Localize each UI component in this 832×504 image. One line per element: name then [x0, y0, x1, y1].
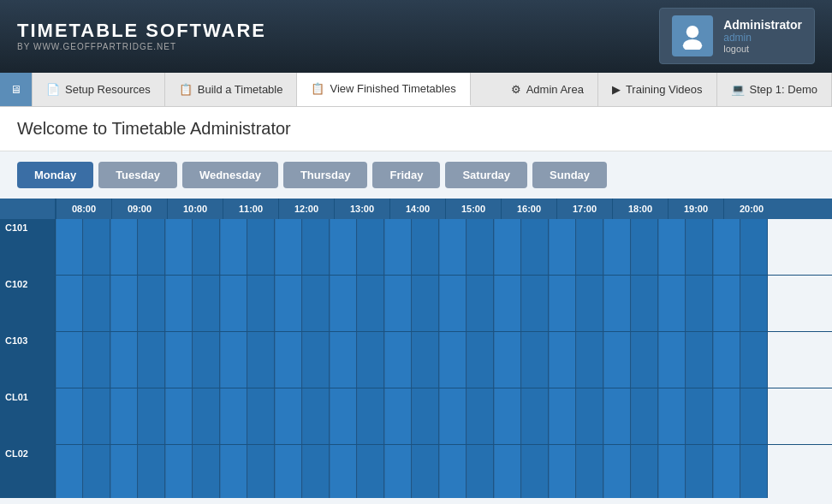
user-link[interactable]: admin [723, 32, 802, 44]
grid-cell[interactable] [275, 445, 302, 498]
user-logout[interactable]: logout [723, 44, 802, 54]
nav-view-timetables[interactable]: 📋 View Finished Timetables [297, 73, 470, 106]
grid-cell[interactable] [467, 276, 494, 331]
grid-cell[interactable] [740, 276, 768, 331]
grid-cell[interactable] [631, 276, 658, 331]
grid-cell[interactable] [658, 388, 686, 444]
nav-setup-resources[interactable]: 📄 Setup Resources [33, 73, 165, 106]
grid-cell[interactable] [247, 276, 275, 331]
grid-cell[interactable] [412, 332, 439, 388]
grid-cell[interactable] [576, 332, 603, 388]
grid-cell[interactable] [247, 219, 275, 275]
grid-cell[interactable] [165, 388, 193, 444]
grid-cell[interactable] [412, 219, 439, 275]
grid-cell[interactable] [247, 388, 275, 444]
grid-cell[interactable] [275, 276, 302, 331]
grid-cell[interactable] [110, 276, 138, 331]
grid-cell[interactable] [302, 332, 330, 388]
grid-cell[interactable] [165, 332, 193, 388]
grid-cell[interactable] [110, 388, 138, 444]
grid-cell[interactable] [658, 332, 686, 388]
grid-cell[interactable] [549, 219, 576, 275]
grid-cell[interactable] [193, 445, 220, 498]
grid-cell[interactable] [494, 332, 521, 388]
grid-cell[interactable] [275, 332, 302, 388]
grid-cell[interactable] [384, 388, 412, 444]
grid-cell[interactable] [247, 445, 275, 498]
grid-cell[interactable] [521, 219, 549, 275]
grid-cell[interactable] [138, 219, 165, 275]
grid-cell[interactable] [56, 219, 83, 275]
grid-cell[interactable] [247, 332, 275, 388]
grid-cell[interactable] [521, 388, 549, 444]
grid-cell[interactable] [467, 388, 494, 444]
grid-cell[interactable] [713, 388, 740, 444]
grid-cell[interactable] [740, 445, 768, 498]
grid-cell[interactable] [412, 445, 439, 498]
grid-cell[interactable] [330, 332, 357, 388]
grid-cell[interactable] [603, 332, 631, 388]
grid-cell[interactable] [138, 445, 165, 498]
grid-cell[interactable] [658, 219, 686, 275]
grid-cell[interactable] [275, 219, 302, 275]
grid-cell[interactable] [549, 332, 576, 388]
grid-cell[interactable] [193, 276, 220, 331]
day-btn-thursday[interactable]: Thursday [283, 162, 368, 188]
grid-cell[interactable] [83, 276, 110, 331]
grid-cell[interactable] [302, 219, 330, 275]
grid-cell[interactable] [220, 276, 247, 331]
grid-cell[interactable] [494, 276, 521, 331]
day-btn-tuesday[interactable]: Tuesday [98, 162, 177, 188]
grid-cell[interactable] [56, 332, 83, 388]
grid-cell[interactable] [549, 445, 576, 498]
grid-cell[interactable] [138, 276, 165, 331]
grid-cell[interactable] [439, 445, 467, 498]
grid-cell[interactable] [357, 332, 384, 388]
grid-cell[interactable] [713, 332, 740, 388]
grid-cell[interactable] [357, 219, 384, 275]
grid-cell[interactable] [713, 276, 740, 331]
grid-cell[interactable] [165, 276, 193, 331]
grid-cell[interactable] [658, 445, 686, 498]
grid-cell[interactable] [439, 332, 467, 388]
grid-cell[interactable] [439, 219, 467, 275]
grid-cell[interactable] [549, 388, 576, 444]
grid-cell[interactable] [686, 276, 713, 331]
grid-cell[interactable] [357, 388, 384, 444]
grid-cell[interactable] [412, 276, 439, 331]
grid-cell[interactable] [494, 445, 521, 498]
day-btn-wednesday[interactable]: Wednesday [182, 162, 278, 188]
grid-cell[interactable] [467, 445, 494, 498]
grid-cell[interactable] [330, 388, 357, 444]
grid-cell[interactable] [56, 445, 83, 498]
grid-cell[interactable] [357, 276, 384, 331]
grid-cell[interactable] [576, 445, 603, 498]
grid-cell[interactable] [138, 332, 165, 388]
grid-cell[interactable] [631, 388, 658, 444]
nav-build-timetable[interactable]: 📋 Build a Timetable [165, 73, 298, 106]
grid-cell[interactable] [110, 219, 138, 275]
nav-admin-area[interactable]: ⚙ Admin Area [497, 73, 598, 106]
grid-cell[interactable] [83, 388, 110, 444]
grid-cell[interactable] [220, 219, 247, 275]
day-btn-saturday[interactable]: Saturday [445, 162, 527, 188]
grid-cell[interactable] [220, 445, 247, 498]
nav-training-videos[interactable]: ▶ Training Videos [598, 73, 717, 106]
day-btn-sunday[interactable]: Sunday [532, 162, 607, 188]
grid-cell[interactable] [740, 388, 768, 444]
grid-cell[interactable] [357, 445, 384, 498]
grid-cell[interactable] [302, 276, 330, 331]
grid-cell[interactable] [686, 388, 713, 444]
grid-cell[interactable] [631, 332, 658, 388]
grid-cell[interactable] [384, 445, 412, 498]
grid-cell[interactable] [83, 445, 110, 498]
grid-cell[interactable] [56, 388, 83, 444]
grid-cell[interactable] [384, 219, 412, 275]
grid-cell[interactable] [686, 332, 713, 388]
grid-cell[interactable] [740, 332, 768, 388]
grid-cell[interactable] [603, 445, 631, 498]
grid-cell[interactable] [330, 445, 357, 498]
grid-cell[interactable] [631, 445, 658, 498]
grid-cell[interactable] [220, 332, 247, 388]
grid-cell[interactable] [740, 219, 768, 275]
